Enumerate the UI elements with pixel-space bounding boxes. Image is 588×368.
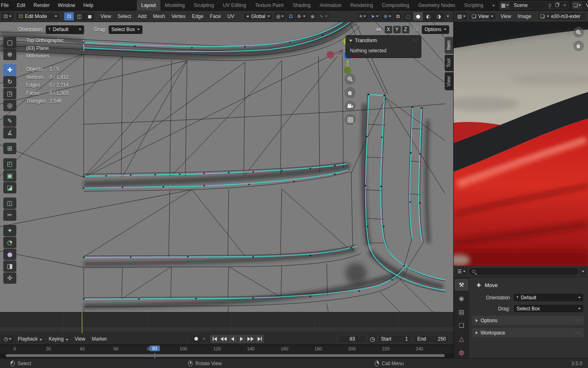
viewlayer-selector[interactable]: ❏ ViewLayer ✕ xyxy=(572,1,588,9)
drag-dropdown[interactable]: Select Box xyxy=(109,25,143,34)
options-section[interactable]: Options ∷∷ xyxy=(472,316,584,325)
workspace-tab-texture-paint[interactable]: Texture Paint xyxy=(251,0,288,11)
timeline-scrollbar[interactable] xyxy=(0,353,453,358)
properties-tab-view-layer[interactable]: ❏ xyxy=(454,319,468,331)
mode-dropdown[interactable]: ⊡ Edit Mode xyxy=(16,12,60,20)
shading-dropdown-chevron[interactable] xyxy=(447,16,449,17)
play-reverse-button[interactable] xyxy=(228,335,237,343)
editor-type-button[interactable]: ▤ xyxy=(455,12,468,20)
workspace-tab-animation[interactable]: Animation xyxy=(315,0,346,11)
image-menu-image[interactable]: Image xyxy=(514,13,535,19)
workspace-tab-layout[interactable]: Layout xyxy=(137,0,160,11)
mirror-icon[interactable]: ⋈ xyxy=(376,27,381,32)
axis-x-negative[interactable] xyxy=(327,51,334,58)
jump-to-start-button[interactable] xyxy=(210,335,219,343)
menu-help[interactable]: Help xyxy=(79,1,98,10)
zoom-button[interactable] xyxy=(573,27,584,38)
mirror-x-button[interactable]: X xyxy=(385,26,392,34)
tool-select-box[interactable]: ▢ xyxy=(3,37,16,48)
proportional-editing-toggle[interactable]: ◉ xyxy=(308,12,316,20)
drag-dropdown[interactable]: Select Box xyxy=(513,304,584,313)
tool-measure[interactable]: ∡ xyxy=(3,127,16,139)
menu-edit[interactable]: Edit xyxy=(13,1,29,10)
stopwatch-icon[interactable]: ◷ xyxy=(370,336,375,342)
axis-y-negative[interactable] xyxy=(344,67,351,74)
auto-keying-toggle[interactable] xyxy=(191,335,201,343)
timeline-menu-view[interactable]: View xyxy=(71,336,89,342)
tool-smooth[interactable]: ● xyxy=(3,249,16,260)
drag-grip-icon[interactable]: ∷∷ xyxy=(412,38,418,43)
viewport-menu-edge[interactable]: Edge xyxy=(189,13,207,19)
image-editor-canvas[interactable] xyxy=(454,22,588,266)
sidebar-tab-tool[interactable]: Tool xyxy=(445,55,453,71)
tool-knife[interactable]: ✂ xyxy=(3,209,16,221)
mirror-y-button[interactable]: Y xyxy=(393,26,401,34)
tool-shrink-fatten[interactable]: ✣ xyxy=(3,272,16,284)
workspace-tab-scripting[interactable]: Scripting xyxy=(460,0,488,11)
editor-type-button[interactable]: ⊡ xyxy=(2,12,13,20)
show-gizmo-dropdown[interactable]: ➤ xyxy=(369,12,381,20)
tool-rotate[interactable]: ↻ xyxy=(3,76,16,88)
tool-annotate[interactable]: ✎ xyxy=(3,115,16,127)
tool-move[interactable]: ✚ xyxy=(3,64,16,76)
workspace-tab-compositing[interactable]: Compositing xyxy=(377,0,414,11)
solid-shading-button[interactable]: ● xyxy=(413,12,423,20)
workspace-tab-modeling[interactable]: Modeling xyxy=(160,0,189,11)
current-frame-field[interactable]: 83 xyxy=(338,335,367,343)
toggle-orthographic-button[interactable] xyxy=(345,114,356,125)
pivot-point-dropdown[interactable]: ◎ xyxy=(274,12,286,20)
scrollbar-thumb[interactable] xyxy=(6,354,445,357)
sidebar-tab-item[interactable]: Item xyxy=(445,37,453,54)
tool-transform[interactable]: ◎ xyxy=(3,100,16,111)
viewport-menu-uv[interactable]: UV xyxy=(224,13,238,19)
editor-type-button[interactable]: ☰ xyxy=(455,267,468,276)
rendered-shading-button[interactable]: ◑ xyxy=(434,12,444,20)
workspace-tab-shading[interactable]: Shading xyxy=(288,0,315,11)
timeline-ruler[interactable]: 02040608010012014016018020022024083 xyxy=(0,345,453,353)
transform-orientation-dropdown[interactable]: ⌖ Global xyxy=(243,12,273,20)
browse-viewlayer-button[interactable]: ❏ xyxy=(572,2,583,9)
workspace-tab-rendering[interactable]: Rendering xyxy=(346,0,377,11)
snap-settings-dropdown[interactable]: ⊪ xyxy=(296,12,307,20)
properties-tab-world[interactable]: ◍ xyxy=(454,346,468,358)
pan-button[interactable] xyxy=(345,87,356,98)
scene-selector[interactable]: ▦ Scene ✕ xyxy=(499,1,570,9)
viewport-menu-vertex[interactable]: Vertex xyxy=(168,13,189,19)
transform-panel-header[interactable]: Transform ∷∷ xyxy=(346,36,421,45)
visibility-dropdown[interactable]: ⍟ xyxy=(357,12,368,20)
workspace-tab-uv-editing[interactable]: UV Editing xyxy=(218,0,251,11)
properties-options-button[interactable] xyxy=(580,267,586,276)
editor-type-button[interactable]: ◷ xyxy=(2,335,13,343)
timeline-marker-line[interactable] xyxy=(82,312,82,333)
keying-dropdown-chevron[interactable] xyxy=(203,338,205,340)
timeline-menu-playback[interactable]: Playback xyxy=(14,336,45,342)
menu-render[interactable]: Render xyxy=(29,1,53,10)
tool-inset-faces[interactable]: ▣ xyxy=(3,170,16,182)
viewport-3d[interactable]: Orientation: ⤒ Default Drag: Select Box … xyxy=(0,22,453,312)
menu-file[interactable]: File xyxy=(0,1,13,10)
properties-search-input[interactable] xyxy=(468,267,579,276)
tool-poly-build[interactable]: ✦ xyxy=(3,225,16,236)
snapping-toggle[interactable]: Ω xyxy=(287,12,294,20)
add-workspace-button[interactable]: + xyxy=(488,2,499,9)
viewlayer-name[interactable]: ViewLayer xyxy=(583,2,588,8)
orientation-dropdown[interactable]: ⤒ Default xyxy=(513,293,584,302)
pin-icon[interactable] xyxy=(548,4,551,7)
browse-scene-button[interactable]: ▦ xyxy=(500,2,510,9)
properties-tab-render[interactable]: ◉ xyxy=(454,292,468,304)
mirror-z-button[interactable]: Z xyxy=(402,26,410,34)
playhead-line[interactable] xyxy=(154,353,155,359)
tool-add-cube[interactable]: ⊞ xyxy=(3,143,16,154)
prev-keyframe-button[interactable] xyxy=(219,335,228,343)
zoom-button[interactable] xyxy=(345,74,356,85)
timeline-canvas[interactable] xyxy=(0,312,453,333)
wireframe-shading-button[interactable]: ◌ xyxy=(403,12,413,20)
image-datablock-selector[interactable]: ❏ e30-m3-exter xyxy=(537,12,586,20)
play-button[interactable] xyxy=(237,335,246,343)
camera-view-button[interactable] xyxy=(345,101,356,112)
start-frame-field[interactable]: Start 1 xyxy=(378,335,411,343)
viewport-menu-view[interactable]: View xyxy=(97,13,114,19)
material-shading-button[interactable]: ◐ xyxy=(423,12,434,20)
properties-tab-output[interactable]: ▤ xyxy=(454,306,468,318)
edge-select-button[interactable]: ◫ xyxy=(74,12,85,20)
